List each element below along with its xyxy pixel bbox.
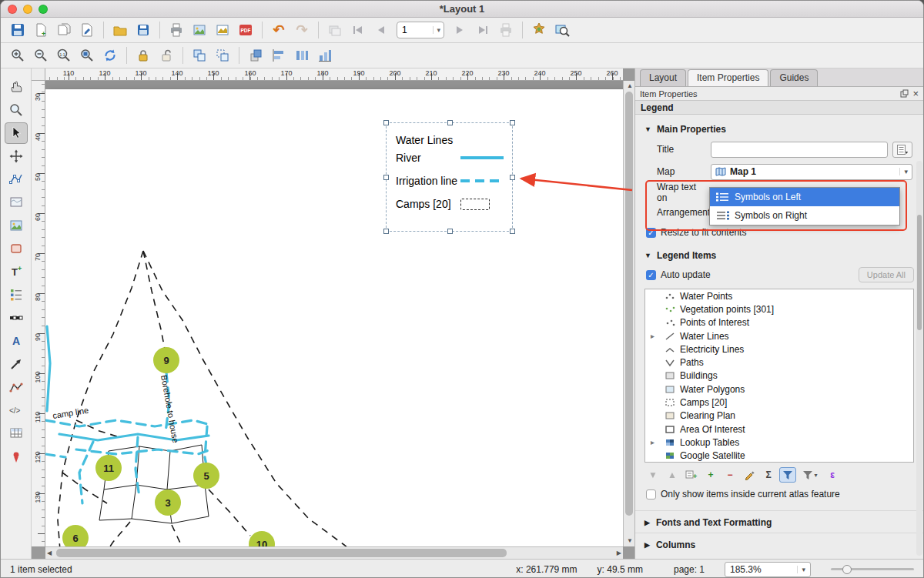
zoom-actual-size-button[interactable]: 1:1 bbox=[53, 45, 75, 66]
auto-update-checkbox[interactable]: ✓ bbox=[646, 270, 656, 280]
previous-feature-button[interactable] bbox=[370, 20, 392, 41]
legend-item-camps[interactable]: Camps [20] bbox=[645, 396, 913, 409]
move-item-up-button[interactable]: ▲ bbox=[664, 467, 681, 483]
edit-nodes-item-tool-button[interactable] bbox=[5, 169, 28, 190]
legend-item-preview[interactable]: Water Lines River Irrigation line Camps … bbox=[386, 122, 513, 232]
next-feature-button[interactable] bbox=[449, 20, 470, 41]
resize-handle[interactable] bbox=[510, 229, 515, 234]
legend-item-water-lines[interactable]: ▸Water Lines bbox=[645, 329, 913, 342]
close-panel-icon[interactable]: × bbox=[912, 90, 919, 98]
lock-items-button[interactable] bbox=[132, 45, 154, 66]
zoom-slider[interactable] bbox=[831, 564, 914, 575]
tab-item-properties[interactable]: Item Properties bbox=[688, 69, 768, 86]
export-pdf-button[interactable]: PDF bbox=[235, 20, 256, 41]
zoom-in-button[interactable] bbox=[7, 45, 28, 66]
add-group-button[interactable]: + bbox=[683, 467, 700, 483]
preview-atlas-button[interactable] bbox=[324, 20, 346, 41]
legend-item-buildings[interactable]: Buildings bbox=[645, 369, 913, 383]
add-map-tool-button[interactable] bbox=[5, 192, 28, 213]
legend-item-water-polygons[interactable]: Water Polygons bbox=[645, 383, 913, 396]
select-move-item-tool-button[interactable] bbox=[5, 122, 28, 144]
columns-section-header[interactable]: ▶ Columns bbox=[635, 533, 923, 555]
add-attribute-table-tool-button[interactable] bbox=[5, 423, 28, 444]
resize-handle[interactable] bbox=[447, 229, 453, 234]
zoom-full-button[interactable] bbox=[76, 45, 98, 66]
layout-page[interactable]: 9 11 5 3 6 10 camp line Borehole to hous… bbox=[45, 89, 623, 546]
tab-layout[interactable]: Layout bbox=[640, 69, 686, 86]
print-button[interactable] bbox=[166, 20, 187, 41]
legend-item-points-of-interest[interactable]: Points of Interest bbox=[645, 316, 913, 329]
move-item-down-button[interactable]: ▼ bbox=[644, 467, 661, 483]
unlock-all-items-button[interactable] bbox=[156, 45, 177, 66]
feature-count-button[interactable]: Σ bbox=[760, 467, 777, 483]
add-arrow-tool-button[interactable] bbox=[5, 353, 28, 375]
add-scalebar-tool-button[interactable] bbox=[5, 307, 28, 329]
zoom-out-button[interactable] bbox=[30, 45, 52, 66]
scroll-right-icon[interactable]: ▶ bbox=[617, 548, 621, 559]
resize-handle[interactable] bbox=[510, 175, 515, 180]
detach-panel-icon[interactable] bbox=[900, 89, 909, 98]
move-item-content-tool-button[interactable] bbox=[5, 145, 28, 167]
vertical-scroll-thumb[interactable] bbox=[625, 92, 633, 516]
expand-icon[interactable]: ▸ bbox=[651, 438, 654, 446]
save-as-template-button[interactable] bbox=[132, 20, 154, 41]
main-properties-header[interactable]: ▼ Main Properties bbox=[635, 119, 923, 138]
legend-items-list[interactable]: Water Points Vegetation points [301] Poi… bbox=[644, 289, 914, 463]
export-image-button[interactable] bbox=[189, 20, 210, 41]
atlas-settings-button[interactable] bbox=[528, 20, 550, 41]
option-symbols-on-right[interactable]: Symbols on Right bbox=[710, 206, 899, 225]
distribute-items-button[interactable] bbox=[291, 45, 313, 66]
add-layer-button[interactable]: + bbox=[702, 467, 719, 483]
atlas-expression-button[interactable]: ε bbox=[824, 467, 841, 483]
panel-scroll-thumb[interactable] bbox=[917, 215, 922, 330]
zoom-to-extent-button[interactable] bbox=[551, 20, 573, 41]
resize-handle[interactable] bbox=[383, 120, 389, 125]
layout-manager-button[interactable] bbox=[76, 20, 98, 41]
save-project-button[interactable] bbox=[7, 20, 28, 41]
undo-button[interactable]: ↶ bbox=[268, 20, 290, 41]
zoom-tool-button[interactable] bbox=[5, 99, 28, 121]
new-layout-button[interactable]: + bbox=[30, 20, 52, 41]
scroll-up-icon[interactable]: ▲ bbox=[627, 81, 633, 92]
add-items-from-template-button[interactable] bbox=[109, 20, 131, 41]
raise-items-button[interactable] bbox=[245, 45, 266, 66]
atlas-page-combo[interactable]: ▾ bbox=[397, 22, 444, 38]
add-shape-tool-button[interactable] bbox=[5, 238, 28, 259]
resize-handle[interactable] bbox=[383, 229, 389, 234]
last-feature-button[interactable] bbox=[472, 20, 494, 41]
duplicate-layout-button[interactable] bbox=[53, 20, 75, 41]
legend-item-paths[interactable]: Paths bbox=[645, 356, 913, 369]
zoom-slider-thumb[interactable] bbox=[842, 565, 852, 574]
legend-item-vegetation-points[interactable]: Vegetation points [301] bbox=[645, 302, 913, 316]
add-html-tool-button[interactable]: </> bbox=[5, 399, 28, 421]
align-items-button[interactable] bbox=[268, 45, 290, 66]
ungroup-items-button[interactable] bbox=[212, 45, 233, 66]
print-atlas-button[interactable] bbox=[495, 20, 517, 41]
legend-item-electricity-lines[interactable]: Electricity Lines bbox=[645, 342, 913, 356]
add-dynamic-text-tool-button[interactable]: A bbox=[5, 330, 28, 352]
resize-handle[interactable] bbox=[447, 120, 453, 125]
data-defined-override-button[interactable] bbox=[892, 142, 912, 158]
expand-icon[interactable]: ▸ bbox=[651, 332, 654, 340]
atlas-filter-checkbox[interactable] bbox=[646, 489, 656, 499]
chevron-down-icon[interactable]: ▾ bbox=[433, 26, 444, 34]
legend-item-clearing-plan[interactable]: Clearing Plan bbox=[645, 409, 913, 423]
horizontal-scroll-thumb[interactable] bbox=[56, 549, 507, 557]
add-node-item-tool-button[interactable] bbox=[5, 376, 28, 398]
layout-canvas[interactable]: 110 120 130 140 150 160 170 180 190 200 … bbox=[32, 68, 634, 559]
edit-item-button[interactable] bbox=[741, 467, 758, 483]
scroll-down-icon[interactable]: ▼ bbox=[627, 536, 633, 546]
add-legend-tool-button[interactable] bbox=[5, 284, 28, 306]
filter-by-expression-button[interactable]: ▾ bbox=[798, 467, 822, 483]
resize-handle[interactable] bbox=[510, 120, 515, 125]
resize-items-button[interactable] bbox=[314, 45, 336, 66]
zoom-level-combo[interactable]: 185.3% ▾ bbox=[725, 562, 811, 577]
legend-item-lookup-tables[interactable]: ▸Lookup Tables bbox=[645, 436, 913, 449]
atlas-page-input[interactable] bbox=[397, 25, 428, 35]
tab-guides[interactable]: Guides bbox=[770, 69, 818, 86]
legend-items-header[interactable]: ▼ Legend Items bbox=[635, 242, 923, 264]
remove-item-button[interactable]: − bbox=[721, 467, 738, 483]
add-label-tool-button[interactable]: T+ bbox=[5, 261, 28, 282]
legend-item-google-satellite[interactable]: Google Satellite bbox=[645, 449, 913, 463]
legend-item-water-points[interactable]: Water Points bbox=[645, 289, 913, 302]
